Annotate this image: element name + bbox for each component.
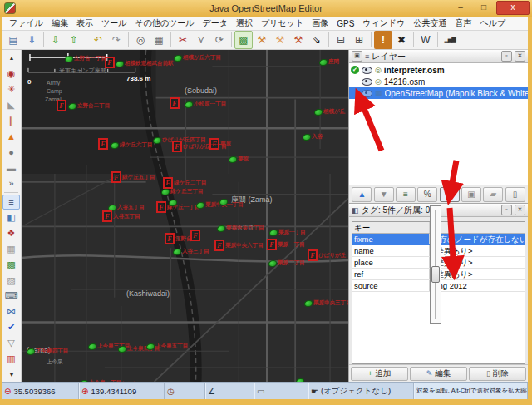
node-marker-icon[interactable]: [174, 55, 182, 62]
node-marker-icon[interactable]: [185, 101, 193, 108]
node-marker-icon[interactable]: [118, 346, 126, 353]
map-marker[interactable]: 立野台一丁目: [65, 55, 106, 62]
map-paint-style-icon[interactable]: ▩: [234, 31, 253, 49]
fixme-marker-icon[interactable]: F: [156, 201, 166, 213]
fixme-marker-icon[interactable]: F: [190, 230, 200, 241]
layers-collapse-button[interactable]: ▣: [352, 51, 362, 62]
menu-view[interactable]: 表示: [72, 17, 97, 29]
layer-visibility-eye-icon[interactable]: [362, 90, 372, 97]
map-marker[interactable]: 入谷: [303, 133, 323, 141]
menu-windows[interactable]: ウィンドウ: [358, 17, 409, 29]
map-marker[interactable]: F栗原中央六丁目: [214, 240, 264, 251]
map-marker[interactable]: F入谷五丁目: [102, 210, 140, 222]
map-marker[interactable]: [296, 378, 304, 382]
node-marker-icon[interactable]: [314, 109, 323, 116]
close-button[interactable]: x: [496, 1, 530, 15]
imagery-gray-icon[interactable]: ▨: [2, 273, 20, 288]
map-marker[interactable]: 相模が丘六丁目: [174, 54, 221, 62]
merge-node-tool-icon[interactable]: ⚒: [271, 31, 289, 49]
map-marker[interactable]: 下今泉四丁目: [27, 348, 68, 355]
combine-way-icon[interactable]: ⋎: [192, 31, 210, 49]
layers-pin-button[interactable]: ▫: [501, 51, 512, 62]
map-marker[interactable]: F: [98, 138, 108, 150]
node-marker-icon[interactable]: [111, 142, 119, 149]
map-marker[interactable]: F: [105, 57, 115, 68]
layer-opacity-button[interactable]: %: [417, 187, 437, 202]
angle-snapping-icon[interactable]: ◣: [2, 97, 20, 112]
follow-line-tool-icon[interactable]: ⇘: [308, 31, 326, 49]
minimize-button[interactable]: –: [450, 2, 471, 14]
map-marker[interactable]: 上今泉二丁目: [111, 381, 153, 382]
draw-node-icon[interactable]: ✳: [2, 82, 20, 97]
fixme-marker-icon[interactable]: F: [209, 138, 219, 150]
node-marker-icon[interactable]: [304, 300, 313, 307]
node-marker-icon[interactable]: [146, 343, 155, 350]
node-marker-icon[interactable]: [303, 134, 311, 141]
map-marker[interactable]: 入谷三丁目: [173, 248, 209, 255]
node-marker-icon[interactable]: [229, 156, 237, 163]
layer-row[interactable]: ✔◎14216.osm: [349, 76, 528, 87]
map-marker[interactable]: F: [57, 100, 66, 111]
gpx-convert-icon[interactable]: ●: [2, 145, 20, 160]
delete-tag-button[interactable]: ▯削除: [469, 367, 526, 381]
dim-layer-button[interactable]: ▰: [483, 187, 503, 202]
open-file-icon[interactable]: ▤: [4, 31, 22, 49]
move-layer-up-button[interactable]: ▲: [352, 187, 372, 202]
fixme-marker-icon[interactable]: F: [163, 177, 173, 189]
node-marker-icon[interactable]: [68, 103, 76, 110]
layers-toggle-icon[interactable]: ≡: [2, 195, 20, 210]
imagery-layer-icon[interactable]: ▩: [2, 257, 20, 272]
map-marker[interactable]: 緑ケ丘六丁目: [111, 141, 152, 149]
delete-layer-button[interactable]: ▯: [505, 187, 525, 202]
split-way-icon[interactable]: ✂: [174, 31, 192, 49]
map-marker[interactable]: 相模鉄道相武台前駅: [116, 60, 174, 67]
fixme-marker-icon[interactable]: F: [111, 171, 121, 183]
parallel-way-icon[interactable]: ∥: [2, 113, 20, 128]
node-marker-icon[interactable]: [296, 378, 304, 382]
map-marker[interactable]: F: [170, 97, 180, 109]
fixme-marker-icon[interactable]: F: [57, 100, 66, 111]
node-marker-icon[interactable]: [196, 202, 204, 209]
flame-tool-icon[interactable]: ▲: [2, 129, 20, 144]
menu-edit[interactable]: 編集: [47, 17, 72, 29]
download-data-icon[interactable]: ⇩: [47, 31, 65, 49]
map-marker[interactable]: F緑ケ丘二丁目: [163, 177, 206, 189]
menu-gps[interactable]: GPS: [332, 19, 358, 28]
wiki-help-icon[interactable]: W: [416, 31, 435, 49]
redo-icon[interactable]: ↷: [107, 31, 126, 49]
layers-close-button[interactable]: ✕: [515, 51, 525, 62]
node-marker-icon[interactable]: [173, 249, 181, 255]
fixme-marker-icon[interactable]: F: [170, 97, 180, 109]
menu-help[interactable]: ヘルプ: [476, 17, 510, 29]
layer-visibility-eye-icon[interactable]: [362, 78, 372, 86]
layer-row[interactable]: ✔▦OpenStreetMap (Mapnik Black & White): [349, 87, 528, 99]
split-node-tool-icon[interactable]: ⚒: [253, 31, 271, 49]
node-marker-icon[interactable]: [269, 230, 278, 236]
node-marker-icon[interactable]: [219, 199, 228, 205]
menu-imagery[interactable]: 画像: [308, 17, 332, 29]
scroll-up-icon[interactable]: ▲: [2, 51, 20, 66]
fixme-marker-icon[interactable]: F: [267, 239, 277, 250]
layer-opacity-slider[interactable]: [430, 205, 441, 324]
duplicate-layer-button[interactable]: ▣: [461, 187, 481, 202]
fixme-marker-icon[interactable]: F: [308, 249, 318, 261]
improve-way-accuracy-icon[interactable]: ◉: [2, 67, 20, 81]
node-marker-icon[interactable]: [161, 189, 170, 195]
fixme-marker-icon[interactable]: F: [98, 138, 108, 150]
add-tag-button[interactable]: +追加: [351, 367, 408, 381]
map-marker[interactable]: F: [190, 230, 200, 241]
edit-tag-button[interactable]: ✎編集: [410, 367, 467, 381]
move-layer-down-button[interactable]: ▼: [374, 187, 394, 202]
public-transport-tool-icon[interactable]: ▥: [2, 351, 20, 366]
relation-editor-icon[interactable]: ❖: [2, 226, 20, 241]
bus-stop-tool-icon[interactable]: ⊞: [350, 31, 368, 49]
menu-public-transport[interactable]: 公共交通: [410, 17, 451, 29]
fixme-marker-icon[interactable]: F: [105, 57, 115, 68]
menu-tools[interactable]: ツール: [97, 17, 131, 29]
node-marker-icon[interactable]: [88, 343, 96, 350]
validation-warning-icon[interactable]: !: [374, 31, 392, 49]
menu-more-tools[interactable]: その他のツール: [131, 17, 198, 29]
maximize-button[interactable]: □: [473, 2, 495, 14]
upload-data-icon[interactable]: ⇧: [65, 31, 83, 49]
preferences-icon[interactable]: ▦: [150, 31, 168, 49]
